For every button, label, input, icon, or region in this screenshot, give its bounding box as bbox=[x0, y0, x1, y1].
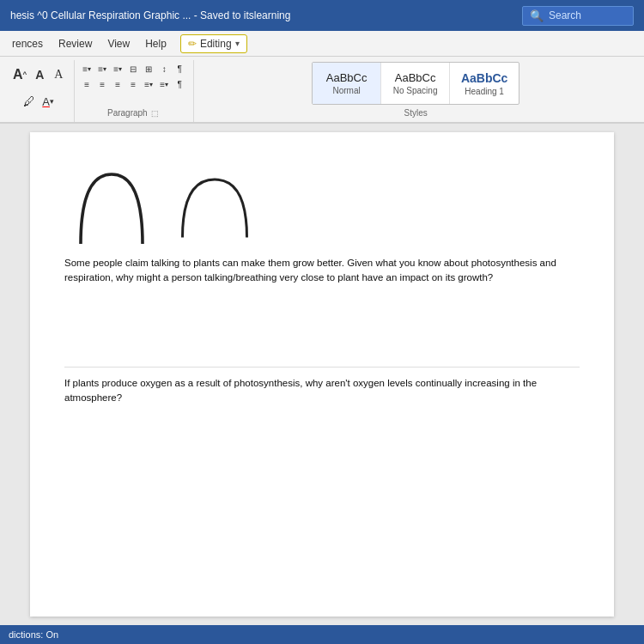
styles-section-label: Styles bbox=[404, 106, 428, 120]
indent-decrease-button[interactable]: ⊞ bbox=[142, 62, 155, 76]
menu-item-view[interactable]: View bbox=[100, 34, 137, 53]
arch-right bbox=[176, 167, 253, 244]
align-right-button[interactable]: ≡ bbox=[111, 77, 125, 91]
question-2-text: If plants produce oxygen as a result of … bbox=[64, 367, 580, 406]
arch-left bbox=[73, 167, 150, 244]
search-label: Search bbox=[549, 9, 581, 21]
font-paint-button[interactable]: 🖊 bbox=[21, 93, 38, 110]
arches-container bbox=[64, 149, 580, 244]
font-style-button[interactable]: A bbox=[50, 66, 67, 83]
menu-item-review[interactable]: Review bbox=[52, 34, 99, 53]
font-controls-bottom: 🖊 A ▾ bbox=[21, 89, 57, 115]
menu-bar: rences Review View Help ✏ Editing ▾ bbox=[0, 31, 644, 57]
style-normal[interactable]: AaBbCc Normal bbox=[313, 63, 381, 104]
style-no-spacing-preview: AaBbCc bbox=[395, 71, 436, 84]
answer-area-1[interactable] bbox=[64, 295, 580, 363]
align-left-button[interactable]: ≡ bbox=[80, 77, 94, 91]
font-row-2: 🖊 A ▾ bbox=[21, 93, 57, 110]
style-heading1-label: Heading 1 bbox=[465, 87, 504, 96]
style-heading1-preview: AaBbCc bbox=[461, 71, 507, 85]
paragraph-row-1: ≡▾ ≡▾ ≡▾ ⊟ ⊞ ↕ ¶ bbox=[80, 62, 186, 76]
search-icon: 🔍 bbox=[530, 9, 544, 22]
editing-button[interactable]: ✏ Editing ▾ bbox=[180, 34, 247, 53]
status-text: dictions: On bbox=[9, 629, 58, 640]
paragraph-row-2: ≡ ≡ ≡ ≡ ≡▾ ≡▾ ¶ bbox=[80, 77, 186, 91]
line-spacing-button[interactable]: ≡▾ bbox=[142, 77, 155, 91]
menu-item-help[interactable]: Help bbox=[138, 34, 173, 53]
indent-increase-button[interactable]: ⊟ bbox=[126, 62, 140, 76]
show-formatting-button[interactable]: ¶ bbox=[173, 62, 186, 76]
styles-panel: AaBbCc Normal AaBbCc No Spacing AaBbCc H… bbox=[312, 62, 519, 105]
document-title: hesis ^0 Cellular Respiration Graphic ..… bbox=[10, 9, 290, 21]
style-no-spacing-label: No Spacing bbox=[393, 86, 438, 95]
align-justify-button[interactable]: ≡ bbox=[126, 77, 140, 91]
document-page[interactable]: Some people claim talking to plants can … bbox=[30, 132, 614, 617]
dropdown-arrow-font: ▾ bbox=[50, 97, 54, 106]
pilcrow-button[interactable]: ¶ bbox=[173, 77, 186, 91]
pencil-icon: ✏ bbox=[188, 38, 197, 50]
paragraph-spacing-button[interactable]: ≡▾ bbox=[157, 77, 171, 91]
font-controls-top: A^ A A bbox=[10, 62, 67, 88]
style-normal-label: Normal bbox=[332, 86, 360, 95]
font-size-button[interactable]: A bbox=[31, 66, 48, 83]
ribbon-font-section: A^ A A 🖊 A ▾ bbox=[5, 60, 75, 122]
styles-row: AaBbCc Normal AaBbCc No Spacing AaBbCc H… bbox=[313, 63, 519, 104]
title-bar: hesis ^0 Cellular Respiration Graphic ..… bbox=[0, 0, 644, 31]
ribbon-styles-section: AaBbCc Normal AaBbCc No Spacing AaBbCc H… bbox=[194, 60, 639, 122]
outline-button[interactable]: ≡▾ bbox=[111, 62, 125, 76]
font-row-1: A^ A A bbox=[10, 66, 67, 83]
style-heading1[interactable]: AaBbCc Heading 1 bbox=[450, 63, 519, 104]
chevron-down-icon: ▾ bbox=[235, 39, 240, 48]
editing-label: Editing bbox=[200, 38, 232, 50]
paragraph-section-label: Paragraph ⬚ bbox=[107, 106, 159, 120]
question-1-text: Some people claim talking to plants can … bbox=[64, 256, 580, 286]
ribbon: A^ A A 🖊 A ▾ ≡▾ ≡▾ ≡▾ ⊟ ⊞ bbox=[0, 57, 644, 124]
list-number-button[interactable]: ≡▾ bbox=[95, 62, 109, 76]
font-color-button[interactable]: A ▾ bbox=[39, 93, 57, 110]
style-normal-preview: AaBbCc bbox=[326, 71, 368, 84]
a-underline: A bbox=[42, 95, 50, 108]
style-no-spacing[interactable]: AaBbCc No Spacing bbox=[381, 63, 450, 104]
align-center-button[interactable]: ≡ bbox=[95, 77, 109, 91]
search-box[interactable]: 🔍 Search bbox=[522, 6, 634, 26]
ribbon-paragraph-section: ≡▾ ≡▾ ≡▾ ⊟ ⊞ ↕ ¶ ≡ ≡ ≡ ≡ ≡▾ ≡▾ ¶ Paragra… bbox=[75, 60, 194, 122]
menu-item-rences[interactable]: rences bbox=[5, 34, 50, 53]
status-bar: dictions: On bbox=[0, 625, 644, 644]
list-bullet-button[interactable]: ≡▾ bbox=[80, 62, 94, 76]
paragraph-expand-icon[interactable]: ⬚ bbox=[151, 109, 159, 118]
sort-button[interactable]: ↕ bbox=[157, 62, 171, 76]
document-area: Some people claim talking to plants can … bbox=[0, 124, 644, 625]
font-increase-button[interactable]: A^ bbox=[10, 66, 29, 83]
